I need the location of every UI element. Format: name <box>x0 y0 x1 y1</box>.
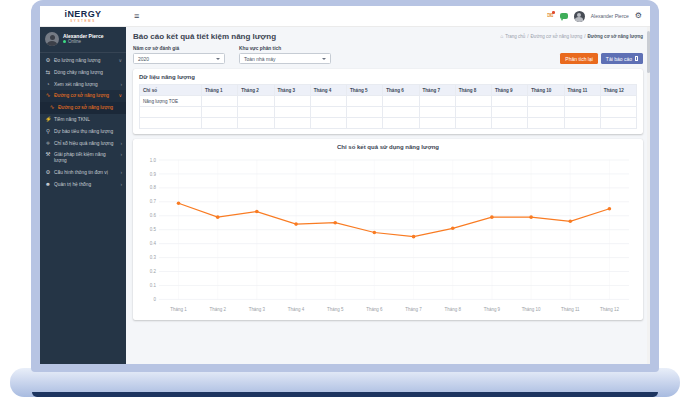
table-cell <box>347 96 383 107</box>
sidebar-item[interactable]: ⚙Đo lường năng lượng∨ <box>40 55 126 67</box>
sidebar-item-label: Đường cơ sở năng lượng <box>54 93 115 99</box>
table-cell <box>347 118 383 129</box>
online-status-dot <box>63 40 66 43</box>
scrollbar[interactable] <box>647 27 650 364</box>
admin-icon: ☻ <box>45 182 51 188</box>
svg-text:Tháng 2: Tháng 2 <box>209 307 226 312</box>
gear-icon[interactable]: ⚙ <box>635 12 642 20</box>
table-column-header: Tháng 12 <box>600 85 636 96</box>
row-label-cell: Năng lượng TOE <box>140 96 202 107</box>
table-cell <box>238 118 274 129</box>
breadcrumb: ⌂Trang chủ/Đường cơ sở năng lượng/Đường … <box>500 34 643 39</box>
breadcrumb-link[interactable]: Đường cơ sở năng lượng <box>531 34 583 39</box>
sidebar-toggle-icon[interactable]: ≡ <box>134 11 139 21</box>
table-row <box>140 107 637 118</box>
main-content: Báo cáo kết quả tiết kiệm năng lượng ⌂Tr… <box>126 27 650 364</box>
download-report-button[interactable]: Tải báo cáo <box>601 53 643 64</box>
scrollbar-thumb[interactable] <box>647 31 650 73</box>
sidebar-item-label: Xem xét năng lượng <box>54 82 117 88</box>
kpi-icon: ⚛ <box>45 141 51 147</box>
breadcrumb-link[interactable]: Trang chủ <box>505 34 525 39</box>
svg-text:0: 0 <box>153 297 156 302</box>
sidebar-item[interactable]: ∿Đường cơ sở năng lượng∨ <box>40 90 126 102</box>
content-header: Báo cáo kết quả tiết kiệm năng lượng ⌂Tr… <box>133 32 643 41</box>
logo-text: iNERGY <box>65 10 102 19</box>
area-select-value: Toàn nhà máy <box>244 56 275 62</box>
avatar[interactable] <box>574 11 585 22</box>
table-cell <box>202 107 238 118</box>
table-cell <box>310 96 346 107</box>
breadcrumb-separator: / <box>527 34 528 39</box>
svg-text:Tháng 10: Tháng 10 <box>522 307 541 312</box>
sidebar-item-label: Quản trị hệ thống <box>54 182 117 188</box>
sidebar-item[interactable]: ⚲Dự báo tiêu thụ năng lượng <box>40 126 126 138</box>
chevron-right-icon: › <box>120 141 122 147</box>
user-meta: Alexander Pierce Online <box>63 33 104 44</box>
logo-subtext: SYSTEMS <box>70 20 96 23</box>
svg-text:0.2: 0.2 <box>150 269 157 274</box>
gauge-icon: ⚙ <box>45 58 51 64</box>
navbar-user-name[interactable]: Alexander Pierce <box>591 13 629 19</box>
sidebar-item[interactable]: ⚡Tiềm năng TKNL <box>40 114 126 126</box>
table-column-header: Tháng 2 <box>238 85 274 96</box>
laptop-mockup: iNERGY SYSTEMS ≡ ✉ Alexander Pierce ⚙ <box>0 0 690 400</box>
breadcrumb-separator: / <box>584 34 585 39</box>
sidebar-item-label: Đường cơ sở năng lượng <box>58 105 122 111</box>
table-column-header: Tháng 1 <box>202 85 238 96</box>
table-column-header: Tháng 5 <box>347 85 383 96</box>
sidebar-item-label: Tiềm năng TKNL <box>54 117 122 123</box>
app-logo[interactable]: iNERGY SYSTEMS <box>40 6 126 26</box>
sidebar-item[interactable]: ◔Xem xét năng lượng› <box>40 79 126 91</box>
chevron-right-icon: › <box>120 182 122 188</box>
chevron-down-icon <box>322 58 326 60</box>
topbar: iNERGY SYSTEMS ≡ ✉ Alexander Pierce ⚙ <box>40 6 650 27</box>
file-download-icon <box>635 56 639 61</box>
reanalyze-button[interactable]: Phân tích lại <box>560 53 598 64</box>
chevron-down-icon: ∨ <box>118 58 122 64</box>
area-filter-label: Khu vực phân tích <box>239 46 331 51</box>
row-label-cell <box>140 107 202 118</box>
area-filter-group: Khu vực phân tích Toàn nhà máy <box>239 46 331 64</box>
filter-actions: Phân tích lại Tải báo cáo <box>560 53 643 64</box>
table-row: Năng lượng TOE <box>140 96 637 107</box>
table-cell <box>347 107 383 118</box>
year-select[interactable]: 2020 <box>133 53 225 64</box>
table-column-header: Tháng 9 <box>492 85 528 96</box>
sidebar-item[interactable]: ⚙Cấu hình thông tin đơn vị› <box>40 167 126 179</box>
svg-text:0.6: 0.6 <box>150 213 157 218</box>
table-cell <box>455 118 491 129</box>
svg-text:Tháng 5: Tháng 5 <box>327 307 344 312</box>
download-report-label: Tải báo cáo <box>606 56 632 62</box>
reanalyze-button-label: Phân tích lại <box>565 56 593 62</box>
year-select-value: 2020 <box>138 56 149 62</box>
area-select[interactable]: Toàn nhà máy <box>239 53 331 64</box>
table-cell <box>419 118 455 129</box>
table-cell <box>564 96 600 107</box>
table-cell <box>455 96 491 107</box>
sidebar-item[interactable]: ⚒Giải pháp tiết kiệm năng lượng› <box>40 149 126 167</box>
table-cell <box>492 107 528 118</box>
mail-icon[interactable]: ✉ <box>547 12 554 20</box>
year-filter-group: Năm cơ sở đánh giá 2020 <box>133 46 225 64</box>
config-icon: ⚙ <box>45 170 51 176</box>
table-cell <box>310 107 346 118</box>
sidebar-item[interactable]: ⇆Dòng chảy năng lượng <box>40 67 126 79</box>
svg-text:0.7: 0.7 <box>150 199 157 204</box>
sidebar-item[interactable]: ⚛Chỉ số hiệu quả năng lượng› <box>40 138 126 150</box>
table-cell <box>310 118 346 129</box>
page-title: Báo cáo kết quả tiết kiệm năng lượng <box>133 32 276 41</box>
chevron-down-icon <box>216 58 220 60</box>
table-cell <box>564 118 600 129</box>
sidebar-item[interactable]: ∿Đường cơ sở năng lượng <box>40 102 126 114</box>
svg-text:Tháng 8: Tháng 8 <box>445 307 462 312</box>
svg-text:Tháng 12: Tháng 12 <box>600 307 619 312</box>
sidebar-user-panel[interactable]: Alexander Pierce Online <box>40 27 126 53</box>
table-cell <box>600 118 636 129</box>
sidebar-item[interactable]: ☻Quản trị hệ thống› <box>40 179 126 191</box>
chat-icon[interactable] <box>560 13 568 20</box>
svg-text:Tháng 4: Tháng 4 <box>288 307 305 312</box>
table-column-header: Tháng 4 <box>310 85 346 96</box>
user-avatar <box>45 32 59 46</box>
chart-card: Chỉ số kết quả sử dụng năng lượng 00.10.… <box>133 139 643 320</box>
table-cell <box>202 118 238 129</box>
